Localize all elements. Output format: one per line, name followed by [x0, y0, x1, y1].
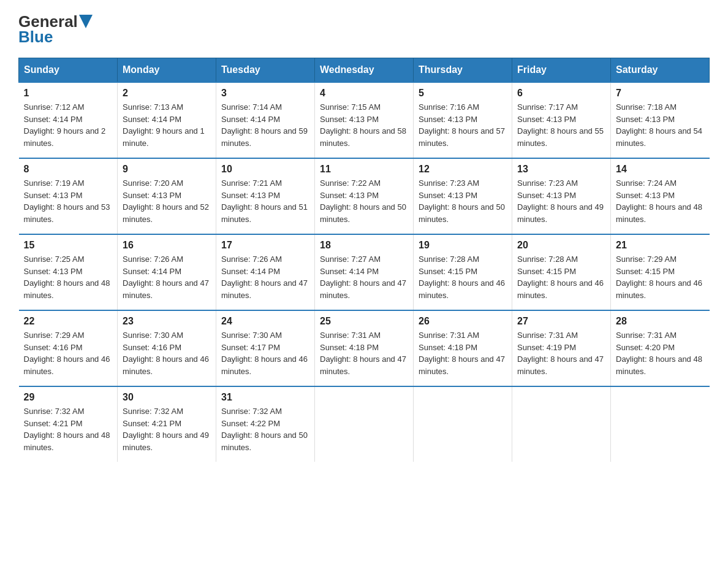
day-number: 20 [517, 240, 605, 251]
cell-2-2: 17 Sunrise: 7:26 AMSunset: 4:14 PMDaylig… [216, 234, 315, 310]
day-info: Sunrise: 7:25 AMSunset: 4:13 PMDaylight:… [24, 255, 110, 300]
cell-0-5: 6 Sunrise: 7:17 AMSunset: 4:13 PMDayligh… [512, 82, 611, 158]
day-info: Sunrise: 7:23 AMSunset: 4:13 PMDaylight:… [419, 178, 505, 224]
header-friday: Friday [512, 58, 611, 83]
day-info: Sunrise: 7:15 AMSunset: 4:13 PMDaylight:… [320, 102, 406, 148]
day-info: Sunrise: 7:28 AMSunset: 4:15 PMDaylight:… [517, 255, 604, 300]
day-info: Sunrise: 7:31 AMSunset: 4:18 PMDaylight:… [320, 331, 406, 376]
day-number: 31 [221, 392, 309, 403]
day-number: 15 [24, 240, 113, 251]
logo: General Blue [18, 12, 93, 47]
day-number: 30 [123, 392, 211, 403]
day-info: Sunrise: 7:32 AMSunset: 4:21 PMDaylight:… [123, 407, 209, 452]
day-info: Sunrise: 7:22 AMSunset: 4:13 PMDaylight:… [320, 178, 406, 224]
cell-3-6: 28 Sunrise: 7:31 AMSunset: 4:20 PMDaylig… [611, 310, 710, 386]
logo-triangle [79, 15, 93, 28]
day-info: Sunrise: 7:26 AMSunset: 4:14 PMDaylight:… [123, 255, 209, 300]
cell-3-2: 24 Sunrise: 7:30 AMSunset: 4:17 PMDaylig… [216, 310, 315, 386]
day-info: Sunrise: 7:26 AMSunset: 4:14 PMDaylight:… [221, 255, 308, 300]
cell-4-5 [512, 386, 611, 462]
calendar-table: Sunday Monday Tuesday Wednesday Thursday… [18, 58, 710, 462]
day-info: Sunrise: 7:13 AMSunset: 4:14 PMDaylight:… [123, 102, 205, 148]
day-info: Sunrise: 7:14 AMSunset: 4:14 PMDaylight:… [221, 102, 308, 148]
logo-blue: Blue [18, 28, 53, 47]
day-info: Sunrise: 7:31 AMSunset: 4:18 PMDaylight:… [419, 331, 505, 376]
day-number: 11 [320, 164, 408, 175]
day-number: 25 [320, 316, 408, 327]
day-info: Sunrise: 7:19 AMSunset: 4:13 PMDaylight:… [24, 178, 110, 224]
day-info: Sunrise: 7:23 AMSunset: 4:13 PMDaylight:… [517, 178, 604, 224]
cell-3-0: 22 Sunrise: 7:29 AMSunset: 4:16 PMDaylig… [19, 310, 118, 386]
day-number: 6 [517, 88, 605, 99]
cell-2-5: 20 Sunrise: 7:28 AMSunset: 4:15 PMDaylig… [512, 234, 611, 310]
cell-2-4: 19 Sunrise: 7:28 AMSunset: 4:15 PMDaylig… [414, 234, 512, 310]
day-number: 8 [24, 164, 113, 175]
cell-0-3: 4 Sunrise: 7:15 AMSunset: 4:13 PMDayligh… [315, 82, 414, 158]
week-row-4: 22 Sunrise: 7:29 AMSunset: 4:16 PMDaylig… [19, 310, 710, 386]
day-info: Sunrise: 7:29 AMSunset: 4:16 PMDaylight:… [24, 331, 110, 376]
svg-marker-0 [79, 15, 93, 28]
day-number: 3 [221, 88, 309, 99]
header-saturday: Saturday [611, 58, 710, 83]
day-info: Sunrise: 7:31 AMSunset: 4:19 PMDaylight:… [517, 331, 604, 376]
day-number: 7 [616, 88, 705, 99]
day-number: 4 [320, 88, 408, 99]
cell-0-4: 5 Sunrise: 7:16 AMSunset: 4:13 PMDayligh… [414, 82, 512, 158]
logo-row2: Blue [18, 28, 53, 47]
day-number: 12 [419, 164, 507, 175]
day-info: Sunrise: 7:27 AMSunset: 4:14 PMDaylight:… [320, 255, 406, 300]
day-info: Sunrise: 7:12 AMSunset: 4:14 PMDaylight:… [24, 102, 106, 148]
cell-4-0: 29 Sunrise: 7:32 AMSunset: 4:21 PMDaylig… [19, 386, 118, 462]
cell-1-2: 10 Sunrise: 7:21 AMSunset: 4:13 PMDaylig… [216, 158, 315, 234]
day-info: Sunrise: 7:17 AMSunset: 4:13 PMDaylight:… [517, 102, 604, 148]
day-number: 29 [24, 392, 113, 403]
day-number: 24 [221, 316, 309, 327]
cell-4-3 [315, 386, 414, 462]
day-number: 21 [616, 240, 705, 251]
cell-1-5: 13 Sunrise: 7:23 AMSunset: 4:13 PMDaylig… [512, 158, 611, 234]
week-row-1: 1 Sunrise: 7:12 AMSunset: 4:14 PMDayligh… [19, 82, 710, 158]
day-info: Sunrise: 7:20 AMSunset: 4:13 PMDaylight:… [123, 178, 209, 224]
day-number: 2 [123, 88, 211, 99]
day-number: 23 [123, 316, 211, 327]
day-info: Sunrise: 7:30 AMSunset: 4:17 PMDaylight:… [221, 331, 308, 376]
cell-3-4: 26 Sunrise: 7:31 AMSunset: 4:18 PMDaylig… [414, 310, 512, 386]
day-number: 26 [419, 316, 507, 327]
cell-1-0: 8 Sunrise: 7:19 AMSunset: 4:13 PMDayligh… [19, 158, 118, 234]
day-info: Sunrise: 7:32 AMSunset: 4:21 PMDaylight:… [24, 407, 110, 452]
day-info: Sunrise: 7:29 AMSunset: 4:15 PMDaylight:… [616, 255, 702, 300]
day-info: Sunrise: 7:18 AMSunset: 4:13 PMDaylight:… [616, 102, 702, 148]
cell-3-5: 27 Sunrise: 7:31 AMSunset: 4:19 PMDaylig… [512, 310, 611, 386]
day-number: 19 [419, 240, 507, 251]
cell-0-6: 7 Sunrise: 7:18 AMSunset: 4:13 PMDayligh… [611, 82, 710, 158]
cell-3-1: 23 Sunrise: 7:30 AMSunset: 4:16 PMDaylig… [118, 310, 216, 386]
cell-2-6: 21 Sunrise: 7:29 AMSunset: 4:15 PMDaylig… [611, 234, 710, 310]
day-number: 17 [221, 240, 309, 251]
cell-4-1: 30 Sunrise: 7:32 AMSunset: 4:21 PMDaylig… [118, 386, 216, 462]
day-number: 13 [517, 164, 605, 175]
cell-2-3: 18 Sunrise: 7:27 AMSunset: 4:14 PMDaylig… [315, 234, 414, 310]
header-tuesday: Tuesday [216, 58, 315, 83]
cell-1-1: 9 Sunrise: 7:20 AMSunset: 4:13 PMDayligh… [118, 158, 216, 234]
day-number: 22 [24, 316, 113, 327]
cell-3-3: 25 Sunrise: 7:31 AMSunset: 4:18 PMDaylig… [315, 310, 414, 386]
cell-1-4: 12 Sunrise: 7:23 AMSunset: 4:13 PMDaylig… [414, 158, 512, 234]
cell-0-2: 3 Sunrise: 7:14 AMSunset: 4:14 PMDayligh… [216, 82, 315, 158]
header-thursday: Thursday [414, 58, 512, 83]
day-number: 14 [616, 164, 705, 175]
day-number: 16 [123, 240, 211, 251]
cell-4-4 [414, 386, 512, 462]
day-number: 28 [616, 316, 705, 327]
header-wednesday: Wednesday [315, 58, 414, 83]
cell-0-0: 1 Sunrise: 7:12 AMSunset: 4:14 PMDayligh… [19, 82, 118, 158]
week-row-2: 8 Sunrise: 7:19 AMSunset: 4:13 PMDayligh… [19, 158, 710, 234]
day-info: Sunrise: 7:16 AMSunset: 4:13 PMDaylight:… [419, 102, 505, 148]
day-info: Sunrise: 7:31 AMSunset: 4:20 PMDaylight:… [616, 331, 702, 376]
cell-1-3: 11 Sunrise: 7:22 AMSunset: 4:13 PMDaylig… [315, 158, 414, 234]
week-row-5: 29 Sunrise: 7:32 AMSunset: 4:21 PMDaylig… [19, 386, 710, 462]
day-info: Sunrise: 7:21 AMSunset: 4:13 PMDaylight:… [221, 178, 308, 224]
day-info: Sunrise: 7:30 AMSunset: 4:16 PMDaylight:… [123, 331, 209, 376]
header-monday: Monday [118, 58, 216, 83]
day-info: Sunrise: 7:32 AMSunset: 4:22 PMDaylight:… [221, 407, 308, 452]
cell-2-0: 15 Sunrise: 7:25 AMSunset: 4:13 PMDaylig… [19, 234, 118, 310]
